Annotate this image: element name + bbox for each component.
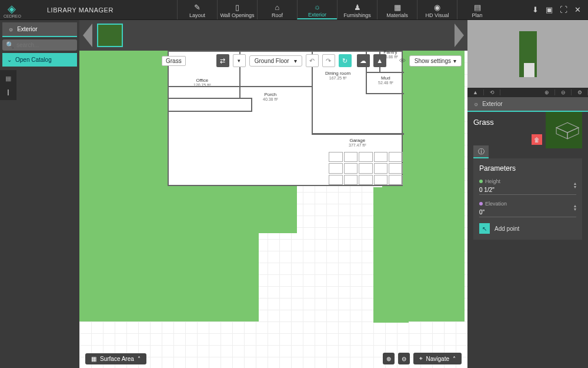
- close-icon[interactable]: ✕: [574, 5, 581, 14]
- redo-button[interactable]: ↷: [322, 54, 335, 67]
- tab-exterior[interactable]: ☼Exterior: [297, 0, 337, 19]
- mini-zoom-in-icon[interactable]: ⊕: [539, 89, 555, 95]
- chair-icon: ♟: [354, 3, 361, 12]
- view-orbit-icon[interactable]: ⟲: [484, 89, 500, 95]
- tab-hd-visual[interactable]: ◉HD Visual: [417, 0, 457, 19]
- mini-settings-icon[interactable]: ⚙: [572, 89, 588, 95]
- cloud-button[interactable]: ☁: [357, 54, 370, 67]
- materials-icon: ▦: [394, 3, 401, 12]
- exterior-icon: ☼: [314, 2, 321, 11]
- surface-area-button[interactable]: ▦Surface Area˄: [85, 353, 146, 364]
- svg-marker-0: [556, 122, 579, 132]
- tab-plan[interactable]: ▤Plan: [457, 0, 497, 19]
- pencil-icon: ✎: [194, 3, 201, 12]
- roof-icon: ⌂: [275, 3, 280, 12]
- height-input[interactable]: 0 1/2": [479, 185, 576, 195]
- chevron-down-icon: ▾: [453, 58, 456, 64]
- floorplan: Office120.75 ft² Porch40.38 ft² Dining r…: [168, 51, 403, 186]
- height-stepper[interactable]: ▴▾: [574, 182, 576, 189]
- elevation-label: Elevation: [485, 201, 507, 207]
- sidebar-tab-exterior[interactable]: ☼ Exterior: [2, 22, 77, 37]
- download-icon[interactable]: ⬇: [532, 5, 539, 14]
- fullscreen-icon[interactable]: ⛶: [560, 5, 567, 14]
- plan-icon: ▤: [474, 3, 481, 12]
- app-title: LIBRARY MANAGER: [47, 6, 113, 14]
- tab-materials[interactable]: ▦Materials: [377, 0, 417, 19]
- terrain-button[interactable]: ▲: [373, 54, 386, 67]
- delete-button[interactable]: 🗑: [532, 134, 542, 145]
- chevron-up-icon: ˄: [138, 356, 141, 362]
- zoom-out-button[interactable]: ⊖: [398, 353, 410, 364]
- material-thumb-grass[interactable]: [97, 24, 123, 47]
- compass-icon: ⌖: [419, 355, 423, 362]
- panel-tab-exterior[interactable]: ☼ Exterior: [467, 97, 588, 112]
- swap-button[interactable]: ⇄: [216, 54, 229, 67]
- search-icon: 🔍: [6, 41, 14, 49]
- tab-wall-openings[interactable]: ▯Wall Openings: [217, 0, 257, 19]
- cube-icon: [555, 121, 580, 140]
- elevation-input[interactable]: 0": [479, 208, 576, 217]
- refresh-button[interactable]: ↻: [339, 54, 352, 67]
- chevron-down-icon: ⌄: [7, 57, 12, 63]
- elevation-stepper[interactable]: ▴▾: [574, 204, 576, 211]
- navigate-button[interactable]: ⌖Navigate˄: [413, 353, 462, 364]
- add-point-button[interactable]: ↖ Add point: [479, 223, 576, 234]
- chevron-up-icon: ˄: [453, 356, 456, 362]
- area-icon: ▦: [91, 356, 96, 362]
- exterior-icon: ☼: [8, 26, 14, 32]
- search-input[interactable]: [16, 42, 74, 48]
- zoom-in-button[interactable]: ⊕: [383, 353, 395, 364]
- canvas[interactable]: Office120.75 ft² Porch40.38 ft² Dining r…: [79, 51, 467, 368]
- view-person-icon[interactable]: ▲: [467, 89, 484, 95]
- line-tool-icon[interactable]: |: [8, 88, 9, 95]
- info-tab[interactable]: ⓘ: [473, 145, 489, 158]
- add-icon: ↖: [479, 223, 490, 234]
- door-icon: ▯: [235, 3, 239, 12]
- save-icon[interactable]: ▣: [546, 5, 553, 14]
- chevron-down-icon: ▾: [294, 58, 297, 64]
- tab-roof[interactable]: ⌂Roof: [257, 0, 297, 19]
- search-input-wrap[interactable]: 🔍: [2, 39, 77, 51]
- selection-label: Grass: [162, 56, 186, 66]
- svg-marker-1: [556, 128, 567, 139]
- eye-icon: 👁: [399, 57, 406, 64]
- height-label: Height: [485, 178, 500, 184]
- strip-next-button[interactable]: [455, 24, 464, 47]
- preview-3d[interactable]: [467, 20, 588, 88]
- floor-select[interactable]: Ground Floor▾: [249, 55, 302, 67]
- tab-furnishings[interactable]: ♟Furnishings: [337, 0, 377, 19]
- grid-view-icon[interactable]: ▦: [5, 75, 11, 82]
- strip-prev-button[interactable]: [83, 24, 92, 47]
- level-down-button[interactable]: ▾: [233, 54, 246, 67]
- undo-button[interactable]: ↶: [306, 54, 319, 67]
- mini-zoom-out-icon[interactable]: ⊖: [555, 89, 572, 95]
- parameters-heading: Parameters: [479, 164, 576, 173]
- tab-layout[interactable]: ✎Layout: [177, 0, 217, 19]
- camera-icon: ◉: [434, 3, 440, 12]
- brand-label: CEDREO: [0, 14, 25, 18]
- show-settings-button[interactable]: Show settings▾: [409, 55, 462, 67]
- open-catalog-button[interactable]: ⌄ Open Catalog: [2, 53, 77, 67]
- exterior-icon: ☼: [473, 101, 479, 107]
- svg-marker-2: [567, 128, 579, 139]
- logo-icon: ◈: [0, 1, 24, 15]
